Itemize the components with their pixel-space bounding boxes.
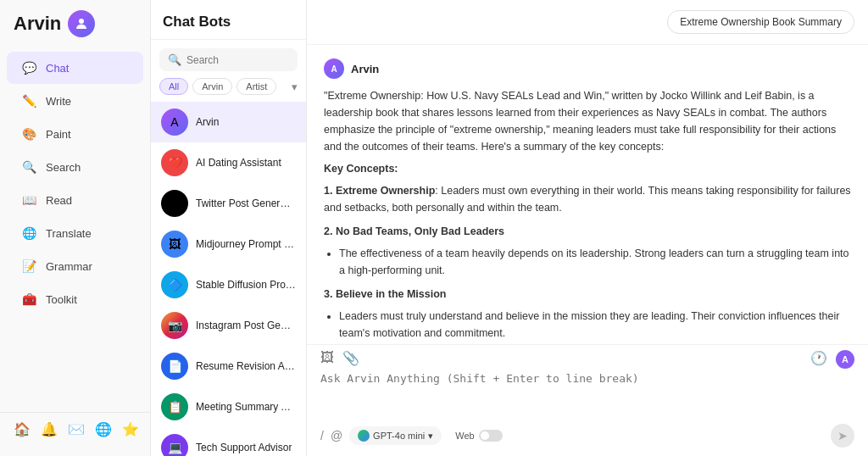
bot-list-item[interactable]: ✕ Twitter Post Generator	[151, 183, 306, 224]
nav-item-toolkit[interactable]: 🧰Toolkit	[7, 283, 143, 315]
app-avatar	[68, 10, 95, 37]
chat-body: A Arvin "Extreme Ownership: How U.S. Nav…	[307, 45, 868, 344]
bot-list-item[interactable]: 📄 Resume Revision Assis...	[151, 346, 306, 386]
sender-avatar: A	[324, 58, 344, 79]
bot-name: Meeting Summary Ass...	[196, 401, 296, 413]
model-selector[interactable]: GPT-4o mini ▾	[349, 426, 442, 445]
model-icon	[358, 430, 370, 442]
svg-point-0	[79, 19, 84, 24]
model-chevron: ▾	[428, 431, 433, 442]
nav-item-grammar[interactable]: 📝Grammar	[7, 250, 143, 282]
bot-name: Twitter Post Generator	[196, 197, 296, 209]
message-content: "Extreme Ownership: How U.S. Navy SEALs …	[324, 87, 851, 344]
toggle-knob	[481, 431, 489, 440]
app-name: Arvin	[14, 13, 61, 35]
nav-item-search[interactable]: 🔍Search	[7, 151, 143, 183]
toolkit-icon: 🧰	[20, 291, 37, 308]
star-icon[interactable]: ⭐	[122, 421, 139, 437]
filter-artist[interactable]: Artist	[236, 78, 276, 95]
bot-avatar: ❤️	[161, 149, 188, 176]
bot-avatar: ✕	[161, 190, 188, 217]
nav-item-write[interactable]: ✏️Write	[7, 85, 143, 117]
bot-name: Resume Revision Assis...	[196, 360, 296, 372]
at-icon[interactable]: @	[331, 429, 342, 442]
bot-avatar: 🖼	[161, 231, 188, 258]
bot-name: Instagram Post Genera...	[196, 320, 296, 331]
chat-input[interactable]	[320, 372, 854, 413]
bot-avatar: 📋	[161, 393, 188, 420]
message-intro: "Extreme Ownership: How U.S. Navy SEALs …	[324, 87, 851, 155]
bot-avatar: 🔷	[161, 271, 188, 298]
bot-name: Tech Support Advisor	[196, 442, 292, 453]
nav-item-read[interactable]: 📖Read	[7, 184, 143, 216]
nav-bottom-bar: 🏠 🔔 ✉️ 🌐 ⭐	[0, 412, 150, 446]
search-box[interactable]: 🔍	[159, 48, 298, 71]
search-icon: 🔍	[168, 53, 181, 66]
key-concepts-label: Key Concepts:	[324, 160, 851, 177]
chat-icon: 💬	[20, 59, 37, 76]
search-input[interactable]	[186, 54, 289, 66]
bot-avatar: 📄	[161, 353, 188, 380]
chat-input-area[interactable]	[307, 369, 868, 419]
filter-more-icon[interactable]: ▾	[292, 81, 298, 93]
bot-avatar: A	[161, 108, 188, 136]
search-icon: 🔍	[20, 158, 37, 175]
slash-icon[interactable]: /	[320, 429, 324, 442]
concept-item: 1. Extreme Ownership: Leaders must own e…	[324, 182, 851, 216]
logo-area: Arvin	[0, 10, 150, 51]
main-chat-area: Extreme Ownership Book Summary A Arvin "…	[307, 0, 868, 456]
filter-row: AllArvinArtist ▾	[151, 78, 306, 102]
bot-name: Midjourney Prompt Ge...	[196, 238, 296, 250]
nav-item-translate[interactable]: 🌐Translate	[7, 217, 143, 249]
image-icon[interactable]: 🖼	[320, 350, 334, 369]
model-label: GPT-4o mini	[373, 431, 425, 441]
history-icon[interactable]: 🕐	[810, 350, 827, 369]
panel-title: Chat Bots	[151, 0, 306, 40]
chrome-icon[interactable]: 🌐	[95, 421, 112, 437]
chat-context-badge: Extreme Ownership Book Summary	[667, 10, 854, 34]
send-button[interactable]: ➤	[831, 424, 854, 448]
concept-item: 2. No Bad Teams, Only Bad LeadersThe eff…	[324, 223, 851, 279]
paint-icon: 🎨	[20, 125, 37, 142]
bot-list-item[interactable]: A Arvin	[151, 102, 306, 142]
left-navigation: Arvin 💬Chat✏️Write🎨Paint🔍Search📖Read🌐Tra…	[0, 0, 151, 456]
write-icon: ✏️	[20, 92, 37, 109]
chat-toolbar: 🖼 📎 🕐 A	[307, 344, 868, 369]
bot-name: Stable Diffusion Prom...	[196, 279, 296, 291]
bot-avatar: 💻	[161, 434, 188, 456]
grammar-icon: 📝	[20, 258, 37, 275]
web-label: Web	[455, 431, 474, 441]
chat-header: Extreme Ownership Book Summary	[307, 0, 868, 45]
bot-list: A Arvin ❤️ AI Dating Assistant ✕ Twitter…	[151, 102, 306, 456]
read-icon: 📖	[20, 192, 37, 209]
message-sender-row: A Arvin	[324, 58, 851, 79]
nav-item-chat[interactable]: 💬Chat	[7, 52, 143, 84]
bot-list-item[interactable]: ❤️ AI Dating Assistant	[151, 142, 306, 183]
bot-list-item[interactable]: 🖼 Midjourney Prompt Ge...	[151, 224, 306, 264]
bot-list-item[interactable]: 💻 Tech Support Advisor	[151, 427, 306, 456]
filter-arvin[interactable]: Arvin	[192, 78, 232, 95]
bot-avatar: 📷	[161, 312, 188, 339]
web-toggle-pill[interactable]	[479, 430, 503, 442]
mail-icon[interactable]: ✉️	[68, 421, 85, 437]
bot-name: AI Dating Assistant	[196, 157, 281, 169]
bell-icon[interactable]: 🔔	[41, 421, 58, 437]
chatbots-panel: Chat Bots 🔍 AllArvinArtist ▾ A Arvin ❤️ …	[151, 0, 307, 456]
nav-item-paint[interactable]: 🎨Paint	[7, 118, 143, 150]
attachment-icon[interactable]: 📎	[342, 350, 359, 369]
bot-name: Arvin	[196, 116, 219, 128]
user-icon: A	[836, 350, 854, 369]
bot-list-item[interactable]: 📷 Instagram Post Genera...	[151, 305, 306, 346]
chat-footer: / @ GPT-4o mini ▾ Web ➤	[307, 419, 868, 456]
concept-item: 3. Believe in the MissionLeaders must tr…	[324, 286, 851, 342]
filter-all[interactable]: All	[159, 78, 188, 95]
bot-list-item[interactable]: 🔷 Stable Diffusion Prom...	[151, 264, 306, 305]
home-icon[interactable]: 🏠	[14, 421, 31, 437]
web-toggle[interactable]: Web	[455, 430, 502, 442]
sender-name: Arvin	[351, 63, 379, 75]
bot-list-item[interactable]: 📋 Meeting Summary Ass...	[151, 386, 306, 427]
translate-icon: 🌐	[20, 225, 37, 242]
